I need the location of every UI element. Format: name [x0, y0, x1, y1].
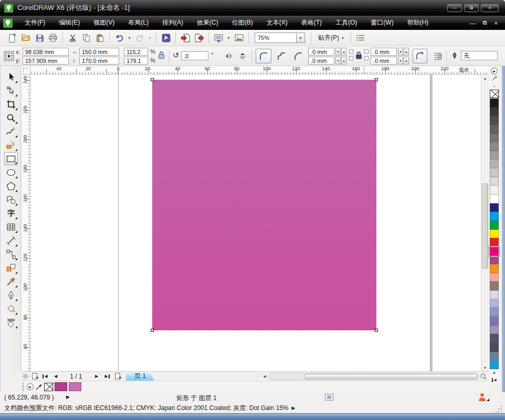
scalloped-corner-button[interactable] — [273, 49, 289, 63]
outline-width-combo[interactable]: 无 — [461, 51, 498, 60]
application-launcher-button[interactable] — [212, 31, 225, 45]
palette-swatch-15[interactable] — [490, 230, 499, 239]
spin-down-button[interactable]: ▾ — [335, 48, 341, 56]
first-page-button[interactable]: ◀ — [40, 372, 50, 381]
ellipse-tool[interactable] — [4, 166, 18, 179]
zoom-tool[interactable] — [4, 111, 18, 124]
relative-corner-scaling-button[interactable] — [413, 49, 427, 63]
pan-zoom-button[interactable] — [479, 373, 488, 380]
lock-ratio-icon[interactable] — [157, 50, 165, 60]
previous-page-button[interactable]: ◀ — [50, 372, 61, 381]
palette-swatch-6[interactable] — [490, 151, 499, 160]
open-button[interactable] — [19, 31, 33, 45]
palette-swatch-9[interactable] — [490, 177, 499, 186]
chamfered-corner-button[interactable] — [290, 49, 306, 63]
import-button[interactable] — [178, 31, 192, 45]
selection-handle-bottom-left[interactable] — [151, 329, 154, 332]
corner-radius-top-left-input[interactable]: .0 mm — [308, 48, 334, 56]
menu-item-edit[interactable]: 编辑(E) — [52, 16, 87, 30]
y-position-input[interactable]: 157.909 mm — [23, 57, 69, 64]
scroll-left-button[interactable]: ◀ — [261, 373, 268, 380]
scale-vertical-input[interactable]: 179.1 — [124, 57, 148, 64]
scale-horizontal-input[interactable]: 115.2 — [124, 48, 148, 56]
palette-scroll-up-button[interactable]: ▲ — [490, 82, 498, 89]
shape-tool[interactable] — [4, 84, 18, 97]
corner-checkbox[interactable] — [349, 49, 353, 53]
interactive-fill-tool[interactable] — [4, 316, 18, 329]
palette-swatch-10[interactable] — [490, 186, 499, 195]
cut-button[interactable] — [66, 31, 79, 45]
redo-dropdown[interactable]: ▾ — [146, 31, 153, 45]
menu-item-arrange[interactable]: 排列(A) — [155, 16, 190, 30]
spin-down-button[interactable]: ▾ — [335, 57, 341, 64]
palette-swatch-2[interactable] — [490, 116, 499, 125]
palette-flyout-button[interactable]: ▶ — [490, 67, 498, 74]
palette-expand-button[interactable]: ◀ — [490, 376, 498, 384]
welcome-screen-button[interactable] — [232, 31, 246, 45]
basic-shapes-tool[interactable] — [4, 193, 18, 206]
spin-up-button[interactable]: ▴ — [341, 57, 346, 64]
horizontal-scroll-thumb[interactable] — [304, 374, 478, 379]
blend-tool[interactable] — [4, 261, 18, 274]
selection-handle-top-left[interactable] — [151, 78, 154, 81]
drawing-canvas[interactable] — [30, 74, 481, 371]
corner-radius-bottom-right-input[interactable]: .0 mm — [371, 57, 397, 64]
palette-eyedropper-icon[interactable] — [490, 74, 498, 82]
scroll-up-button[interactable]: ▲ — [481, 74, 489, 82]
menu-item-table[interactable]: 表格(T) — [294, 16, 329, 30]
next-page-button[interactable]: ▶ — [91, 372, 102, 381]
menu-item-help[interactable]: 帮助(H) — [401, 16, 436, 30]
corner-radius-top-right-input[interactable]: .0 mm — [371, 48, 397, 56]
smart-fill-tool[interactable] — [4, 138, 18, 152]
drawing-scale-icon[interactable] — [21, 372, 29, 381]
text-tool[interactable]: 字 — [4, 207, 18, 220]
rectangle-tool[interactable] — [4, 152, 18, 165]
new-document-button[interactable] — [5, 31, 19, 45]
document-palette-flyout-button[interactable]: ▶ — [27, 383, 34, 390]
scroll-down-button[interactable]: ▼ — [481, 364, 489, 371]
document-swatch-0[interactable] — [55, 382, 67, 391]
menu-item-layout[interactable]: 布局(L) — [121, 16, 155, 30]
palette-swatch-29[interactable] — [490, 352, 499, 361]
redo-button[interactable] — [133, 31, 146, 45]
palette-swatch-27[interactable] — [490, 334, 499, 343]
spin-up-button[interactable]: ▴ — [341, 48, 346, 56]
palette-swatch-8[interactable] — [490, 168, 499, 177]
document-swatch-1[interactable] — [69, 382, 81, 391]
object-origin-icon[interactable] — [4, 51, 14, 61]
palette-swatch-21[interactable] — [490, 282, 499, 290]
doc-minimize-button[interactable]: — — [470, 20, 476, 26]
palette-swatch-19[interactable] — [490, 264, 499, 273]
palette-swatch-22[interactable] — [490, 290, 499, 299]
add-page-button-2[interactable] — [112, 372, 123, 381]
palette-swatch-7[interactable] — [490, 159, 499, 168]
palette-swatch-1[interactable] — [490, 107, 499, 116]
document-palette-grip[interactable] — [22, 383, 24, 391]
palette-swatch-11[interactable] — [490, 195, 499, 203]
palette-swatch-26[interactable] — [490, 326, 499, 335]
menu-item-effects[interactable]: 效果(C) — [190, 16, 225, 30]
edit-corners-together-icon[interactable] — [355, 50, 363, 60]
close-button[interactable]: × — [481, 4, 499, 12]
palette-swatch-17[interactable] — [490, 247, 499, 256]
color-profile-flyout-icon[interactable]: ▶ — [292, 405, 296, 411]
spin-up-button[interactable]: ▴ — [404, 57, 409, 64]
add-page-button[interactable] — [29, 372, 40, 381]
page-tab[interactable]: 页 1 — [126, 372, 154, 381]
palette-swatch-0[interactable] — [490, 99, 499, 107]
palette-swatch-24[interactable] — [490, 308, 499, 317]
resize-grip[interactable] — [496, 406, 502, 412]
palette-swatch-14[interactable] — [490, 221, 499, 230]
spin-down-button[interactable]: ▾ — [398, 57, 403, 64]
minimize-button[interactable]: — — [447, 4, 462, 12]
search-content-button[interactable] — [159, 31, 173, 45]
palette-swatch-13[interactable] — [490, 212, 499, 221]
freehand-tool[interactable] — [4, 125, 18, 138]
user-account-icon[interactable] — [478, 393, 486, 402]
corner-checkbox[interactable] — [364, 49, 369, 53]
export-button[interactable] — [192, 31, 206, 45]
save-button[interactable] — [33, 31, 46, 45]
palette-scroll-down-button[interactable]: ▼ — [490, 369, 498, 376]
wrap-text-button[interactable] — [432, 50, 444, 62]
selection-handle-top-right[interactable] — [375, 78, 378, 81]
